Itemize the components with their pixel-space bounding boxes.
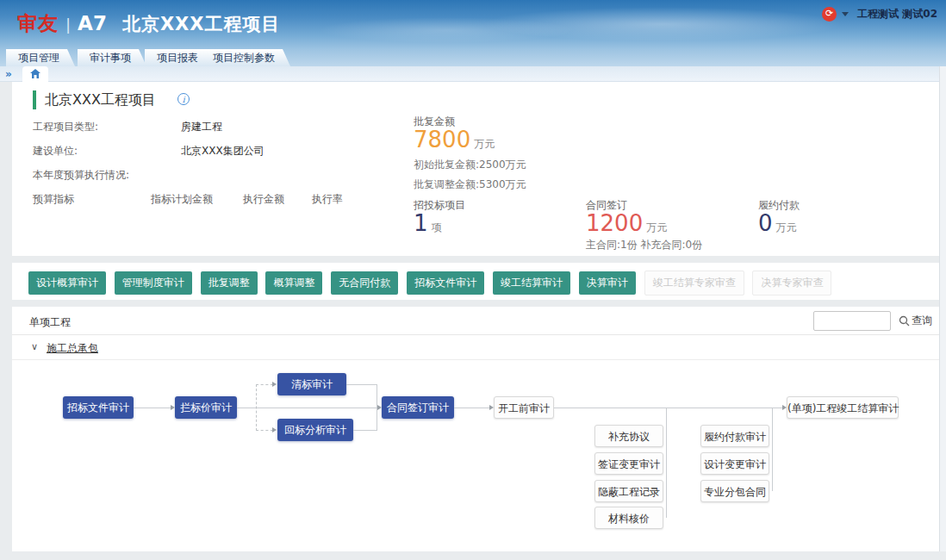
flow-node-pre-construction-audit[interactable]: 开工前审计 bbox=[494, 396, 554, 419]
brand-name: 审友 bbox=[17, 10, 59, 37]
brand-separator: | bbox=[65, 16, 71, 34]
budget-col-rate: 执行率 bbox=[312, 192, 343, 207]
arrow-right-icon bbox=[489, 405, 494, 410]
bidding-value: 1项 bbox=[414, 210, 442, 236]
bid-document-audit-button[interactable]: 招标文件审计 bbox=[407, 271, 484, 295]
flow-node-supplement-agreement[interactable]: 补充协议 bbox=[594, 425, 663, 447]
flow-connector bbox=[237, 408, 377, 408]
info-icon[interactable]: i bbox=[177, 93, 190, 105]
flow-connector bbox=[346, 384, 377, 385]
flow-connector bbox=[353, 430, 377, 431]
page-bottom-gap bbox=[0, 551, 946, 560]
home-icon bbox=[30, 69, 40, 78]
estimate-adjust-button[interactable]: 概算调整 bbox=[265, 271, 322, 295]
no-contract-payment-button[interactable]: 无合同付款 bbox=[331, 271, 398, 295]
field-value-owner: 北京XXX集团公司 bbox=[181, 144, 265, 159]
bidding-number: 1 bbox=[414, 210, 428, 236]
settlement-expert-review-button-disabled: 竣工结算专家审查 bbox=[644, 271, 744, 296]
field-label-type: 工程项目类型: bbox=[33, 120, 98, 134]
vertical-scrollbar[interactable] bbox=[939, 66, 946, 560]
search-icon bbox=[899, 315, 910, 327]
flow-node-bid-clarify-audit[interactable]: 清标审计 bbox=[277, 373, 346, 395]
initial-approval-text: 初始批复金额:2500万元 bbox=[414, 158, 526, 172]
approval-adjust-button[interactable]: 批复调整 bbox=[201, 271, 258, 295]
field-value-type: 房建工程 bbox=[181, 120, 222, 134]
arrow-right-icon bbox=[272, 427, 277, 432]
page-title: 北京XXX工程项目 bbox=[45, 91, 156, 109]
tab-control-parameters[interactable]: 项目控制参数 bbox=[201, 49, 290, 66]
final-expert-review-button-disabled: 决算专家审查 bbox=[752, 271, 831, 296]
chevron-down-icon[interactable] bbox=[842, 12, 849, 16]
flow-node-bid-document-audit[interactable]: 招标文件审计 bbox=[63, 396, 134, 419]
flow-node-subcontract[interactable]: 专业分包合同 bbox=[700, 480, 769, 502]
header-project-title: 北京XXX工程项目 bbox=[122, 12, 281, 36]
single-project-label: 单项工程 bbox=[29, 315, 71, 330]
budget-col-executed: 执行金额 bbox=[243, 192, 284, 207]
approval-amount-value: 7800万元 bbox=[414, 127, 495, 152]
flow-node-bid-ceiling-audit[interactable]: 拦标价审计 bbox=[175, 396, 237, 419]
management-system-audit-button[interactable]: 管理制度审计 bbox=[115, 271, 192, 295]
flow-connector bbox=[134, 408, 171, 408]
chevron-down-icon[interactable]: ∨ bbox=[31, 341, 38, 352]
flow-node-design-change-audit[interactable]: 设计变更审计 bbox=[700, 452, 769, 475]
adjusted-approval-text: 批复调整金额:5300万元 bbox=[414, 177, 526, 192]
flow-connector bbox=[772, 408, 773, 491]
search-button-label: 查询 bbox=[912, 314, 932, 328]
app-logo: 审友 | A7 北京XXX工程项目 bbox=[17, 10, 280, 37]
project-summary-panel: 北京XXX工程项目 i 工程项目类型: 房建工程 建设单位: 北京XXX集团公司… bbox=[12, 82, 939, 256]
flow-connector bbox=[454, 408, 490, 408]
refresh-icon[interactable]: ⟳ bbox=[822, 7, 837, 22]
current-user-label: 工程测试 测试02 bbox=[857, 7, 937, 22]
collapse-sidebar-icon[interactable]: » bbox=[5, 68, 12, 80]
flow-node-performance-payment-audit[interactable]: 履约付款审计 bbox=[700, 425, 769, 447]
flow-connector bbox=[554, 408, 783, 408]
flow-node-completion-settlement-audit[interactable]: (单项)工程竣工结算审计 bbox=[787, 396, 899, 419]
contract-number: 1200 bbox=[586, 210, 643, 236]
arrow-right-icon bbox=[272, 382, 277, 387]
audit-actions-panel: 设计概算审计 管理制度审计 批复调整 概算调整 无合同付款 招标文件审计 竣工结… bbox=[12, 263, 939, 300]
field-label-budget-exec: 本年度预算执行情况: bbox=[33, 168, 129, 183]
payment-value: 0万元 bbox=[758, 210, 797, 236]
bidding-unit: 项 bbox=[432, 221, 442, 233]
search-button[interactable]: 查询 bbox=[899, 314, 932, 328]
tab-audit-matters[interactable]: 审计事项 bbox=[78, 49, 146, 66]
flow-branch-line bbox=[256, 384, 273, 385]
home-tab[interactable] bbox=[22, 66, 48, 82]
group-header-row: ∨ 施工总承包 bbox=[12, 335, 939, 360]
product-name: A7 bbox=[78, 12, 107, 34]
approval-amount-number: 7800 bbox=[414, 127, 470, 152]
flow-node-contract-sign-audit[interactable]: 合同签订审计 bbox=[382, 396, 454, 419]
flow-node-material-pricing[interactable]: 材料核价 bbox=[594, 507, 663, 529]
title-accent-bar bbox=[33, 90, 36, 109]
user-area[interactable]: ⟳ 工程测试 测试02 bbox=[822, 7, 937, 22]
arrow-right-icon bbox=[782, 405, 787, 410]
arrow-right-icon bbox=[171, 405, 175, 410]
group-link[interactable]: 施工总承包 bbox=[47, 341, 98, 356]
budget-col-plan: 指标计划金额 bbox=[151, 192, 213, 207]
single-project-panel: 单项工程 查询 ∨ 施工总承包 招标文件审计 拦标价审计 清标审计 回标分析审计… bbox=[12, 307, 939, 551]
flow-connector bbox=[377, 384, 377, 431]
contract-unit: 万元 bbox=[646, 221, 667, 233]
budget-col-indicator: 预算指标 bbox=[33, 192, 74, 207]
cloud-decoration bbox=[317, 17, 576, 43]
app-header: 审友 | A7 北京XXX工程项目 ⟳ 工程测试 测试02 bbox=[0, 0, 946, 49]
completion-settlement-audit-button[interactable]: 竣工结算审计 bbox=[493, 271, 570, 295]
search-input[interactable] bbox=[813, 311, 891, 331]
payment-number: 0 bbox=[758, 210, 773, 236]
tab-project-management[interactable]: 项目管理 bbox=[6, 49, 75, 66]
approval-amount-unit: 万元 bbox=[474, 138, 495, 150]
payment-unit: 万元 bbox=[776, 221, 797, 233]
final-account-audit-button[interactable]: 决算审计 bbox=[579, 271, 636, 295]
flow-node-visa-change-audit[interactable]: 签证变更审计 bbox=[594, 452, 663, 475]
arrow-right-icon bbox=[377, 405, 382, 410]
field-label-owner: 建设单位: bbox=[33, 144, 78, 159]
contract-value: 1200万元 bbox=[586, 210, 667, 236]
flow-branch-line bbox=[256, 430, 273, 431]
flow-branch-line bbox=[256, 384, 257, 431]
main-tab-bar: 项目管理 审计事项 项目报表 项目控制参数 bbox=[0, 49, 946, 66]
contract-detail-text: 主合同:1份 补充合同:0份 bbox=[586, 238, 702, 252]
flow-node-hidden-works-record[interactable]: 隐蔽工程记录 bbox=[594, 480, 663, 502]
design-estimate-audit-button[interactable]: 设计概算审计 bbox=[28, 271, 106, 295]
flow-node-bid-analysis-audit[interactable]: 回标分析审计 bbox=[277, 419, 353, 441]
breadcrumb-bar: » bbox=[0, 66, 939, 82]
